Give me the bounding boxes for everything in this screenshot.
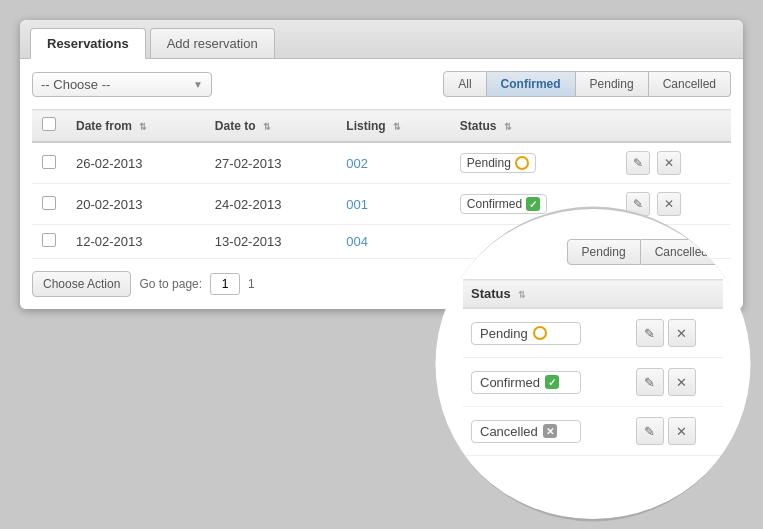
mag-cancelled-edit-button[interactable]: ✎ [636, 417, 664, 445]
mag-confirmed-delete-button[interactable]: ✕ [668, 368, 696, 396]
sort-status-icon[interactable]: ⇅ [504, 122, 512, 132]
filter-cancelled-button[interactable]: Cancelled [649, 71, 731, 97]
tabs-bar: Reservations Add reservation [20, 20, 743, 59]
mag-pending-action-buttons: ✎ ✕ [636, 319, 715, 347]
mag-confirmed-label: Confirmed [480, 375, 540, 390]
row1-check-cell [32, 142, 66, 184]
mag-table: Status ⇅ Pending [463, 279, 723, 456]
col-date-to: Date to ⇅ [205, 110, 336, 143]
mag-pending-badge: Pending [471, 322, 581, 345]
row2-checkbox[interactable] [42, 196, 56, 210]
mag-col-status: Status ⇅ [463, 280, 618, 309]
check-all-header [32, 110, 66, 143]
mag-pending-row-status: Pending [471, 322, 610, 345]
mag-cancelled-action-buttons: ✎ ✕ [636, 417, 715, 445]
row1-date-to: 27-02-2013 [205, 142, 336, 184]
row2-date-from: 20-02-2013 [66, 184, 205, 225]
row2-listing-link[interactable]: 001 [346, 197, 368, 212]
mag-cancelled-delete-button[interactable]: ✕ [668, 417, 696, 445]
goto-label: Go to page: [139, 277, 202, 291]
row1-status-label: Pending [467, 156, 511, 170]
filter-buttons: All Confirmed Pending Cancelled [443, 71, 731, 97]
confirmed-icon: ✓ [526, 197, 540, 211]
row2-listing: 001 [336, 184, 449, 225]
row1-status-cell: Pending [450, 142, 613, 184]
tab-reservations[interactable]: Reservations [30, 28, 146, 59]
mag-cancelled-badge: Cancelled ✕ [471, 420, 581, 443]
table-header-row: Date from ⇅ Date to ⇅ Listing ⇅ Status ⇅ [32, 110, 731, 143]
row1-checkbox[interactable] [42, 155, 56, 169]
col-listing: Listing ⇅ [336, 110, 449, 143]
row1-listing: 002 [336, 142, 449, 184]
magnify-inner: Pending Cancelled Status ⇅ [433, 219, 753, 476]
mag-cancelled-icon: ✕ [543, 424, 557, 438]
mag-cancelled-label: Cancelled [480, 424, 538, 439]
mag-table-row: Cancelled ✕ ✎ ✕ [463, 407, 723, 456]
dropdown-arrow-icon: ▼ [193, 79, 203, 90]
mag-pending-label: Pending [480, 326, 528, 341]
mag-table-row: Confirmed ✓ ✎ ✕ [463, 358, 723, 407]
mag-col-actions [618, 280, 723, 309]
mag-cancelled-status-cell: Cancelled ✕ [463, 407, 618, 456]
row2-status-label: Confirmed [467, 197, 522, 211]
pending-icon [515, 156, 529, 170]
page-input[interactable] [210, 273, 240, 295]
table-row: 26-02-2013 27-02-2013 002 Pending ✎ ✕ [32, 142, 731, 184]
row1-delete-button[interactable]: ✕ [657, 151, 681, 175]
mag-cancelled-actions: ✎ ✕ [618, 407, 723, 456]
choose-action-button[interactable]: Choose Action [32, 271, 131, 297]
mag-table-row: Pending ✎ ✕ [463, 308, 723, 358]
mag-pending-actions: ✎ ✕ [618, 308, 723, 358]
page-total: 1 [248, 277, 255, 291]
mag-confirmed-status-cell: Confirmed ✓ [463, 358, 618, 407]
mag-confirmed-actions: ✎ ✕ [618, 358, 723, 407]
row1-edit-button[interactable]: ✎ [626, 151, 650, 175]
filter-pending-button[interactable]: Pending [576, 71, 649, 97]
check-all-checkbox[interactable] [42, 117, 56, 131]
mag-confirmed-edit-button[interactable]: ✎ [636, 368, 664, 396]
mag-filter-row: Pending Cancelled [463, 239, 723, 265]
mag-header-row: Status ⇅ [463, 280, 723, 309]
row3-check-cell [32, 225, 66, 259]
row3-checkbox[interactable] [42, 233, 56, 247]
col-actions [613, 110, 731, 143]
mag-cancelled-row-status: Cancelled ✕ [471, 420, 610, 443]
row2-delete-button[interactable]: ✕ [657, 192, 681, 216]
row2-check-cell [32, 184, 66, 225]
sort-listing-icon[interactable]: ⇅ [393, 122, 401, 132]
choose-dropdown[interactable]: -- Choose -- ▼ [32, 72, 212, 97]
mag-pending-edit-button[interactable]: ✎ [636, 319, 664, 347]
mag-confirmed-action-buttons: ✎ ✕ [636, 368, 715, 396]
mag-sort-icon[interactable]: ⇅ [518, 290, 526, 300]
col-status: Status ⇅ [450, 110, 613, 143]
mag-pending-status-cell: Pending [463, 308, 618, 358]
mag-pending-icon [533, 326, 547, 340]
row3-listing-link[interactable]: 004 [346, 234, 368, 249]
row3-listing: 004 [336, 225, 449, 259]
row3-date-from: 12-02-2013 [66, 225, 205, 259]
row3-date-to: 13-02-2013 [205, 225, 336, 259]
mag-pending-filter-button[interactable]: Pending [567, 239, 641, 265]
mag-confirmed-badge: Confirmed ✓ [471, 371, 581, 394]
sort-date-to-icon[interactable]: ⇅ [263, 122, 271, 132]
mag-confirmed-row-status: Confirmed ✓ [471, 371, 610, 394]
row2-date-to: 24-02-2013 [205, 184, 336, 225]
row1-actions: ✎ ✕ [613, 142, 731, 184]
filter-bar: -- Choose -- ▼ All Confirmed Pending Can… [32, 71, 731, 97]
tab-add-reservation[interactable]: Add reservation [150, 28, 275, 58]
col-date-from: Date from ⇅ [66, 110, 205, 143]
row2-status-badge: Confirmed ✓ [460, 194, 547, 214]
magnify-overlay: Pending Cancelled Status ⇅ [433, 209, 753, 519]
sort-date-from-icon[interactable]: ⇅ [139, 122, 147, 132]
mag-pending-delete-button[interactable]: ✕ [668, 319, 696, 347]
filter-all-button[interactable]: All [443, 71, 486, 97]
row1-listing-link[interactable]: 002 [346, 156, 368, 171]
row1-status-badge: Pending [460, 153, 536, 173]
choose-dropdown-label: -- Choose -- [41, 77, 110, 92]
row1-date-from: 26-02-2013 [66, 142, 205, 184]
mag-confirmed-icon: ✓ [545, 375, 559, 389]
filter-confirmed-button[interactable]: Confirmed [487, 71, 576, 97]
